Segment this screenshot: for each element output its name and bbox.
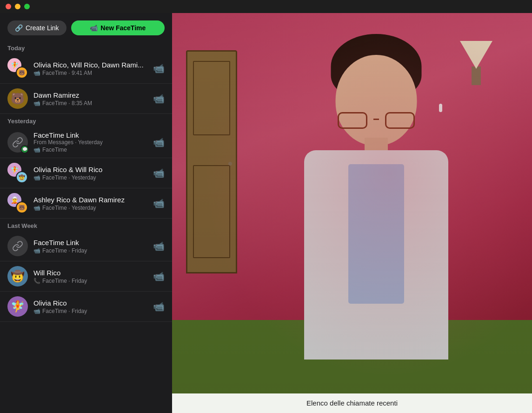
call-name-link1: FaceTime Link bbox=[33, 131, 147, 139]
sidebar: 🔗 Create Link 📹 New FaceTime Today 🧚 🐻 O… bbox=[0, 13, 172, 413]
avatar-olivia-will: 🧚 🤠 bbox=[7, 163, 28, 183]
call-detail-will-rico: 📞 FaceTime · Friday bbox=[33, 278, 147, 284]
call-item-ashley-dawn[interactable]: 🧝 🐻 Ashley Rico & Dawn Ramirez 📹 FaceTim… bbox=[0, 188, 172, 219]
minimize-button[interactable] bbox=[15, 4, 20, 9]
call-info-will-rico: Will Rico 📞 FaceTime · Friday bbox=[33, 269, 147, 284]
call-item-link1[interactable]: 💬 FaceTime Link From Messages · Yesterda… bbox=[0, 127, 172, 158]
section-header-today: Today bbox=[0, 41, 172, 53]
door bbox=[186, 50, 237, 273]
phone-icon-will: 📞 bbox=[33, 278, 40, 284]
avatar-link1: 💬 bbox=[7, 132, 28, 153]
video-camera-icon: 📹 bbox=[90, 24, 98, 32]
toolbar: 🔗 Create Link 📹 New FaceTime bbox=[0, 13, 172, 41]
call-meta-dawn: FaceTime · 8:35 AM bbox=[42, 100, 92, 107]
face bbox=[336, 55, 417, 146]
avatar-ashley-dawn: 🧝 🐻 bbox=[7, 193, 28, 213]
avatar-will-rico: 🤠 bbox=[7, 266, 28, 286]
call-info-ashley-dawn: Ashley Rico & Dawn Ramirez 📹 FaceTime · … bbox=[33, 196, 147, 211]
call-detail-link2: 📹 FaceTime · Friday bbox=[33, 247, 147, 254]
call-detail-olivia-will: 📹 FaceTime · Yesterday bbox=[33, 174, 147, 181]
call-action-will[interactable]: 📹 bbox=[153, 271, 165, 282]
video-icon-olivia: 📹 bbox=[33, 308, 40, 314]
glasses bbox=[337, 108, 416, 132]
call-source-link1: From Messages · Yesterday bbox=[33, 139, 147, 146]
call-item-olivia-will[interactable]: 🧚 🤠 Olivia Rico & Will Rico 📹 FaceTime ·… bbox=[0, 158, 172, 188]
person-figure bbox=[255, 32, 497, 413]
video-icon-dawn: 📹 bbox=[33, 100, 40, 107]
call-action-link2[interactable]: 📹 bbox=[153, 240, 165, 252]
maximize-button[interactable] bbox=[24, 4, 30, 9]
call-detail-ashley-dawn: 📹 FaceTime · Yesterday bbox=[33, 205, 147, 211]
door-panel-top bbox=[193, 61, 230, 135]
call-meta-ad: FaceTime · Yesterday bbox=[42, 205, 96, 211]
close-button[interactable] bbox=[6, 4, 11, 9]
caption-bar: Elenco delle chiamate recenti bbox=[172, 393, 532, 413]
avatar-olivia-rico: 🧚 bbox=[7, 296, 28, 317]
call-action-dawn[interactable]: 📹 bbox=[153, 93, 165, 104]
undershirt bbox=[348, 164, 404, 304]
call-item-link2[interactable]: FaceTime Link 📹 FaceTime · Friday 📹 bbox=[0, 231, 172, 261]
call-meta-link1: FaceTime bbox=[42, 147, 67, 153]
call-meta: FaceTime · 9:41 AM bbox=[42, 70, 92, 76]
call-detail-olivia-rico: 📹 FaceTime · Friday bbox=[33, 308, 147, 314]
call-info: Olivia Rico, Will Rico, Dawn Rami... 📹 F… bbox=[33, 61, 147, 76]
new-facetime-label: New FaceTime bbox=[100, 24, 146, 32]
avatar-dawn: 🐻 bbox=[7, 88, 28, 109]
call-detail-link1: 📹 FaceTime bbox=[33, 147, 147, 153]
call-action-olivia[interactable]: 📹 bbox=[153, 301, 165, 312]
main-layout: 🔗 Create Link 📹 New FaceTime Today 🧚 🐻 O… bbox=[0, 13, 532, 413]
call-name-dawn: Dawn Ramirez bbox=[33, 91, 147, 99]
create-link-button[interactable]: 🔗 Create Link bbox=[7, 20, 66, 35]
glass-left bbox=[338, 112, 367, 129]
call-name-ashley-dawn: Ashley Rico & Dawn Ramirez bbox=[33, 196, 147, 204]
link-chain-icon-2 bbox=[12, 240, 23, 252]
video-icon-link2: 📹 bbox=[33, 247, 40, 254]
create-link-label: Create Link bbox=[26, 24, 59, 32]
avatar-link2 bbox=[7, 236, 28, 256]
call-action-link1[interactable]: 📹 bbox=[153, 137, 165, 148]
call-item-olivia-rico[interactable]: 🧚 Olivia Rico 📹 FaceTime · Friday 📹 bbox=[0, 292, 172, 322]
call-detail: 📹 FaceTime · 9:41 AM bbox=[33, 70, 147, 76]
new-facetime-button[interactable]: 📹 New FaceTime bbox=[71, 20, 165, 35]
call-info-dawn: Dawn Ramirez 📹 FaceTime · 8:35 AM bbox=[33, 91, 147, 107]
call-info-olivia-will: Olivia Rico & Will Rico 📹 FaceTime · Yes… bbox=[33, 166, 147, 181]
glass-bridge bbox=[373, 119, 379, 120]
call-item-will-rico[interactable]: 🤠 Will Rico 📞 FaceTime · Friday 📹 bbox=[0, 261, 172, 292]
call-name-will-rico: Will Rico bbox=[33, 269, 147, 277]
airpod bbox=[439, 104, 442, 112]
call-meta-link2: FaceTime · Friday bbox=[42, 247, 87, 254]
call-meta-ow: FaceTime · Yesterday bbox=[42, 174, 96, 181]
section-header-yesterday: Yesterday bbox=[0, 114, 172, 127]
link-icon: 🔗 bbox=[15, 24, 23, 32]
call-info-link2: FaceTime Link 📹 FaceTime · Friday bbox=[33, 239, 147, 254]
door-panel-bottom bbox=[193, 165, 230, 258]
call-name-olivia-will: Olivia Rico & Will Rico bbox=[33, 166, 147, 173]
call-info-olivia-rico: Olivia Rico 📹 FaceTime · Friday bbox=[33, 299, 147, 314]
section-header-lastweek: Last Week bbox=[0, 219, 172, 231]
call-item-dawn[interactable]: 🐻 Dawn Ramirez 📹 FaceTime · 8:35 AM 📹 bbox=[0, 84, 172, 114]
call-meta-will: FaceTime · Friday bbox=[42, 278, 87, 284]
glass-right bbox=[385, 112, 415, 129]
call-action-icon[interactable]: 📹 bbox=[153, 63, 165, 74]
video-icon-link1: 📹 bbox=[33, 147, 40, 153]
caption-text: Elenco delle chiamate recenti bbox=[306, 399, 398, 407]
video-background bbox=[172, 13, 532, 413]
call-action-ow[interactable]: 📹 bbox=[153, 167, 165, 179]
call-item-olivia-group[interactable]: 🧚 🐻 Olivia Rico, Will Rico, Dawn Rami...… bbox=[0, 53, 172, 84]
call-meta-olivia: FaceTime · Friday bbox=[42, 308, 87, 314]
avatar-group-olivia: 🧚 🐻 bbox=[7, 58, 28, 79]
call-name-link2: FaceTime Link bbox=[33, 239, 147, 246]
content-area: Elenco delle chiamate recenti bbox=[172, 13, 532, 413]
room-background bbox=[172, 13, 532, 413]
call-name: Olivia Rico, Will Rico, Dawn Rami... bbox=[33, 61, 147, 69]
video-icon: 📹 bbox=[33, 70, 40, 76]
call-info-link1: FaceTime Link From Messages · Yesterday … bbox=[33, 131, 147, 153]
call-detail-dawn: 📹 FaceTime · 8:35 AM bbox=[33, 100, 147, 107]
call-name-olivia-rico: Olivia Rico bbox=[33, 299, 147, 307]
title-bar bbox=[0, 0, 532, 13]
video-icon-ad: 📹 bbox=[33, 205, 40, 211]
call-action-ad[interactable]: 📹 bbox=[153, 198, 165, 209]
video-icon-ow: 📹 bbox=[33, 174, 40, 181]
door-knob bbox=[228, 162, 232, 166]
